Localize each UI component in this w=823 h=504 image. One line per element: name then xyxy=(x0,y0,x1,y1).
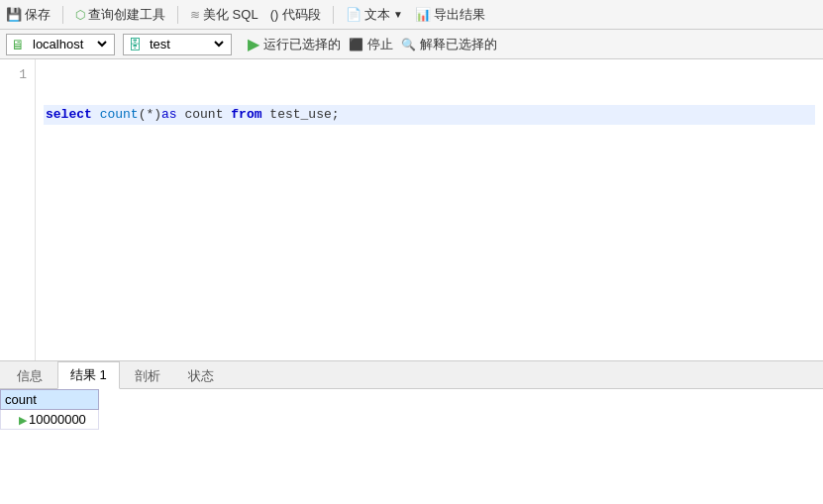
bottom-tabs: 信息 结果 1 剖析 状态 xyxy=(0,361,823,389)
keyword-from: from xyxy=(231,105,261,125)
export-button[interactable]: 📊 导出结果 xyxy=(415,6,485,24)
toolbar: 💾 保存 ⬡ 查询创建工具 ≋ 美化 SQL () 代码段 📄 文本 ▼ 📊 导… xyxy=(0,0,823,30)
toolbar-sep-1 xyxy=(62,6,63,24)
code-paren: (*) xyxy=(139,105,161,125)
beautify-icon: ≋ xyxy=(190,8,200,22)
code-segment-label: () 代码段 xyxy=(270,6,321,24)
beautify-label: 美化 SQL xyxy=(203,6,258,24)
save-label: 保存 xyxy=(25,6,51,24)
table-header-row: count xyxy=(1,390,99,410)
line-numbers: 1 xyxy=(0,59,36,360)
text-label: 文本 xyxy=(364,6,390,24)
code-line-1: select count(*)as count from test_use; xyxy=(44,105,815,125)
code-segment-button[interactable]: () 代码段 xyxy=(270,6,321,24)
text-icon: 📄 xyxy=(346,7,361,22)
toolbar-sep-3 xyxy=(333,6,334,24)
row-marker: ▶ xyxy=(19,414,27,427)
database-selector[interactable]: 🗄 test xyxy=(123,34,232,55)
toolbar-sep-2 xyxy=(177,6,178,24)
tab-status[interactable]: 状态 xyxy=(175,362,227,389)
alias-count: count xyxy=(184,105,223,125)
connection-bar: 🖥 localhost 🗄 test ▶ 运行已选择的 ⬛ 停止 🔍 解释已选择… xyxy=(0,30,823,59)
text-dropdown-icon: ▼ xyxy=(393,9,403,20)
tab-info-label: 信息 xyxy=(17,368,43,383)
results-table: count ▶10000000 xyxy=(0,389,99,430)
tab-info[interactable]: 信息 xyxy=(4,362,55,389)
export-icon: 📊 xyxy=(415,7,431,22)
tab-status-label: 状态 xyxy=(188,368,214,383)
code-editor[interactable]: select count(*)as count from test_use; xyxy=(36,59,823,360)
table-name: test_use; xyxy=(269,105,339,125)
tab-result1[interactable]: 结果 1 xyxy=(57,361,120,389)
run-label: 运行已选择的 xyxy=(263,36,341,53)
query-builder-button[interactable]: ⬡ 查询创建工具 xyxy=(75,6,165,24)
keyword-select: select xyxy=(46,105,92,125)
result-cell-count: ▶10000000 xyxy=(1,410,99,430)
query-builder-label: 查询创建工具 xyxy=(88,6,165,24)
result-value: 10000000 xyxy=(29,412,86,427)
editor-area: 1 select count(*)as count from test_use; xyxy=(0,59,823,360)
keyword-as: as xyxy=(161,105,177,125)
stop-button[interactable]: ⬛ 停止 xyxy=(349,36,393,53)
host-select-input[interactable]: localhost xyxy=(29,36,110,52)
function-count: count xyxy=(100,105,139,125)
tab-profile-label: 剖析 xyxy=(135,368,160,383)
beautify-button[interactable]: ≋ 美化 SQL xyxy=(190,6,258,24)
line-number-1: 1 xyxy=(8,65,27,85)
text-button[interactable]: 📄 文本 ▼ xyxy=(346,6,403,24)
run-button[interactable]: ▶ 运行已选择的 xyxy=(248,35,341,53)
export-label: 导出结果 xyxy=(434,6,485,24)
query-builder-icon: ⬡ xyxy=(75,8,85,22)
host-selector[interactable]: 🖥 localhost xyxy=(6,34,115,55)
table-row: ▶10000000 xyxy=(1,410,99,430)
save-icon: 💾 xyxy=(6,7,22,22)
stop-icon: ⬛ xyxy=(349,38,363,51)
play-icon: ▶ xyxy=(248,35,259,53)
bottom-panel: 信息 结果 1 剖析 状态 count ▶10000000 xyxy=(0,360,823,504)
column-header-count: count xyxy=(1,390,99,410)
results-area: count ▶10000000 xyxy=(0,389,823,504)
tab-result1-label: 结果 1 xyxy=(70,367,107,382)
host-icon: 🖥 xyxy=(11,37,25,52)
save-button[interactable]: 💾 保存 xyxy=(6,6,51,24)
explain-label: 解释已选择的 xyxy=(420,36,497,53)
explain-icon: 🔍 xyxy=(401,38,416,51)
stop-label: 停止 xyxy=(367,36,393,53)
tab-profile[interactable]: 剖析 xyxy=(122,362,173,389)
database-select-input[interactable]: test xyxy=(146,36,227,52)
database-icon: 🗄 xyxy=(128,37,142,52)
explain-button[interactable]: 🔍 解释已选择的 xyxy=(401,36,497,53)
